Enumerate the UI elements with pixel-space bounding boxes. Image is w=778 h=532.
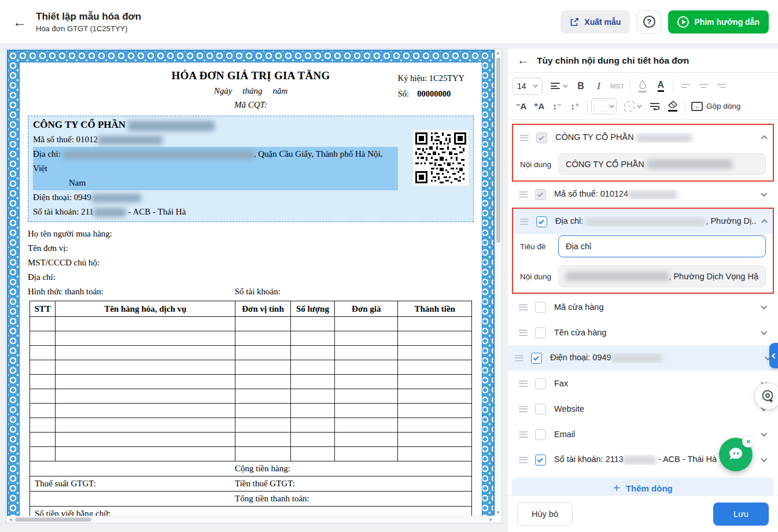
feedback-capture-button[interactable] <box>755 383 778 409</box>
tax-code-checkbox[interactable] <box>535 189 546 200</box>
redacted-address <box>63 150 254 159</box>
redacted-text <box>624 456 656 465</box>
droplet-icon <box>639 80 647 89</box>
goods-table: STT Tên hàng hóa, dịch vụ Đơn vị tính Số… <box>30 301 472 461</box>
content-label: Nội dung <box>520 160 558 169</box>
seller-name-row[interactable]: CÔNG TY CỔ PHẦN <box>33 117 398 132</box>
buyer-info-block: Họ tên người mua hàng: Tên đơn vị: MST/C… <box>28 227 474 299</box>
field-row-store-name[interactable]: Tên cửa hàng <box>512 320 774 345</box>
collapse-panel-tab[interactable] <box>769 343 778 368</box>
bank-account-checkbox[interactable] <box>535 455 546 466</box>
seller-phone-row[interactable]: Điện thoại: 0949 <box>33 190 398 205</box>
field-row-company[interactable]: CÔNG TY CỔ PHẦN <box>513 125 773 150</box>
wrap-text-icon <box>650 102 660 110</box>
fill-color-select[interactable] <box>591 98 617 114</box>
merge-row-button[interactable]: ↔Gộp dòng <box>689 98 743 115</box>
clear-format-button[interactable] <box>664 98 681 115</box>
drag-handle-icon[interactable] <box>519 328 528 337</box>
line-spacing-button[interactable] <box>547 77 564 95</box>
cancel-button[interactable]: Hủy bỏ <box>517 503 573 526</box>
back-arrow-icon[interactable]: ← <box>13 14 27 30</box>
font-size-select[interactable]: 14 <box>512 77 543 95</box>
border-style-select[interactable] <box>621 98 638 115</box>
panel-back-arrow-icon[interactable]: ← <box>517 54 529 67</box>
increase-line-height-button[interactable]: ↕⁺ <box>566 98 584 115</box>
address-title-row: Tiêu đề <box>513 234 773 263</box>
email-checkbox[interactable] <box>535 429 546 440</box>
page-subtitle: Hóa đơn GTGT (1C25TYY) <box>36 24 141 33</box>
field-row-phone[interactable]: Điện thoại: 0949 <box>508 345 778 371</box>
store-name-checkbox[interactable] <box>535 327 546 338</box>
horizontal-scrollbar-thumb[interactable] <box>15 518 91 522</box>
help-button[interactable]: ? <box>637 10 661 34</box>
company-checkbox[interactable] <box>536 132 547 143</box>
chevron-left-icon <box>772 353 777 359</box>
address-content-input[interactable]: , Phường Dịch Vọng Hậ <box>558 265 766 287</box>
redacted-text <box>611 354 662 363</box>
company-content-input[interactable]: CÔNG TY CỔ PHẦN <box>558 153 766 175</box>
seller-info-block[interactable]: CÔNG TY CỔ PHẦN Mã số thuế: 01012 Địa ch… <box>28 116 474 222</box>
buyer-account-label: Số tài khoản: <box>235 285 281 299</box>
chevron-down-icon[interactable] <box>761 328 767 335</box>
chevron-up-icon[interactable] <box>761 135 768 142</box>
seller-address-row-selected[interactable]: Địa chỉ: , Quận Cầu Giấy, Thành phố Hà N… <box>33 147 398 190</box>
chevron-down-icon[interactable] <box>761 430 767 437</box>
drag-handle-icon[interactable] <box>519 190 528 199</box>
chat-close-button[interactable]: × <box>742 435 754 448</box>
add-row-button[interactable]: + Thêm dòng <box>512 478 774 495</box>
drag-handle-icon[interactable] <box>519 430 528 439</box>
website-checkbox[interactable] <box>535 404 546 415</box>
help-icon: ? <box>643 16 655 28</box>
chevron-down-icon <box>609 103 614 108</box>
invoice-decorative-border: Ký hiệu: 1C25TYY Số:00000000 HÓA ĐƠN GIÁ… <box>7 50 495 516</box>
fax-checkbox[interactable] <box>535 378 546 389</box>
decrease-line-height-button[interactable]: ↕⁻ <box>548 98 566 115</box>
wrap-text-button[interactable] <box>646 98 663 115</box>
field-row-website[interactable]: Website <box>512 396 774 422</box>
seller-account-row[interactable]: Số tài khoản: 211 - ACB - Thái Hà <box>33 205 398 219</box>
drag-handle-icon[interactable] <box>519 404 528 413</box>
chat-support-button[interactable]: × <box>719 438 753 471</box>
vertical-scrollbar[interactable]: ▲▼ <box>495 50 501 516</box>
align-right-button[interactable] <box>713 77 730 95</box>
drag-handle-icon[interactable] <box>519 302 528 312</box>
align-left-button[interactable] <box>677 77 694 95</box>
save-button[interactable]: Lưu <box>713 503 769 526</box>
drag-handle-icon[interactable] <box>520 133 529 142</box>
italic-button[interactable]: I <box>590 77 607 95</box>
phone-checkbox[interactable] <box>531 353 542 364</box>
decrease-font-button[interactable]: ⁻A <box>512 98 530 115</box>
tutorial-video-button[interactable]: Phim hướng dẫn <box>668 10 769 34</box>
drag-handle-icon[interactable] <box>515 353 523 363</box>
drag-handle-icon[interactable] <box>520 217 529 226</box>
chevron-down-icon[interactable] <box>761 303 767 309</box>
highlight-color-button[interactable] <box>634 77 651 95</box>
address-title-input[interactable] <box>558 235 766 257</box>
text-color-button[interactable]: A <box>652 77 669 95</box>
field-row-address[interactable]: Địa chỉ: , Phường Dị... <box>513 209 773 234</box>
payment-method-label: Hình thức thanh toán: <box>28 287 104 296</box>
play-icon <box>677 16 689 28</box>
bold-button[interactable]: B <box>572 77 589 95</box>
address-section-highlight: Địa chỉ: , Phường Dị... Tiêu đề Nội dung… <box>512 208 774 294</box>
address-checkbox[interactable] <box>536 216 547 227</box>
chevron-up-icon[interactable] <box>761 219 768 226</box>
store-code-checkbox[interactable] <box>535 302 546 313</box>
merge-cells-icon: ↔ <box>691 102 703 111</box>
field-row-tax-code[interactable]: Mã số thuế: 010124 <box>512 182 774 207</box>
drag-handle-icon[interactable] <box>519 455 528 464</box>
field-row-store-code[interactable]: Mã cửa hàng <box>512 294 774 320</box>
export-template-button[interactable]: Xuất mẫu <box>561 10 630 34</box>
drag-handle-icon[interactable] <box>519 379 528 388</box>
chevron-down-icon[interactable] <box>761 190 767 197</box>
seller-tax-row[interactable]: Mã số thuế: 01012 <box>33 132 398 147</box>
chevron-down-icon[interactable] <box>761 456 767 462</box>
increase-font-button[interactable]: ⁺A <box>530 98 548 115</box>
field-row-fax[interactable]: Fax <box>512 371 774 396</box>
redacted-text <box>636 134 692 143</box>
vertical-scrollbar-thumb[interactable] <box>496 58 500 243</box>
mst-button[interactable]: MST <box>608 77 626 95</box>
qr-code <box>413 130 469 186</box>
align-center-button[interactable] <box>695 77 712 95</box>
horizontal-scrollbar[interactable]: ◄► <box>7 516 495 522</box>
